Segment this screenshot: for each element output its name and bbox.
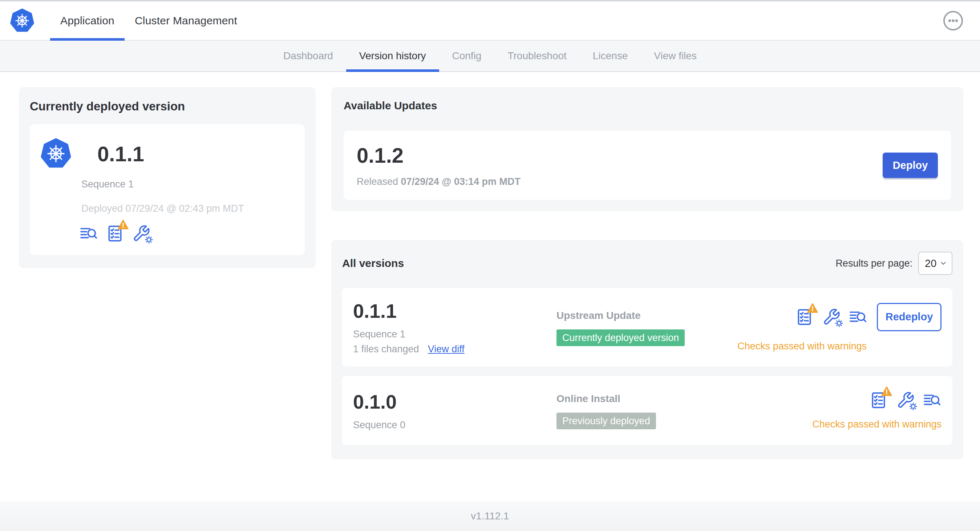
deploy-logs-icon[interactable] [80, 224, 98, 243]
all-versions-panel: All versions Results per page: 20 0.1.1 … [331, 240, 963, 459]
main-content: Currently deployed version [0, 72, 980, 459]
available-update-card: 0.1.2 Released 07/29/24 @ 03:14 pm MDT D… [344, 131, 951, 200]
more-options-button[interactable] [942, 10, 964, 32]
deploy-logs-icon [923, 391, 942, 409]
row-sequence: Sequence 1 [353, 329, 557, 340]
chevron-down-icon [939, 259, 947, 267]
results-per-page-label: Results per page: [835, 258, 912, 269]
deployed-sequence: Sequence 1 [81, 179, 294, 190]
tab-dashboard[interactable]: Dashboard [270, 41, 346, 71]
view-diff-link[interactable]: View diff [428, 343, 465, 355]
currently-deployed-card: 0.1.1 Sequence 1 Deployed 07/29/24 @ 02:… [30, 124, 305, 255]
deployed-version-actions [80, 224, 294, 243]
all-versions-title: All versions [342, 257, 404, 270]
preflight-checks-warning-icon[interactable] [870, 391, 888, 409]
tab-cluster-management[interactable]: Cluster Management [124, 2, 247, 40]
preflight-status-text: Checks passed with warnings [812, 419, 942, 430]
deployed-version-number: 0.1.1 [97, 141, 144, 166]
tab-config[interactable]: Config [439, 41, 495, 71]
redeploy-button[interactable]: Redeploy [877, 303, 942, 331]
config-icon[interactable] [896, 391, 915, 409]
tab-view-files[interactable]: View files [641, 41, 710, 71]
tab-troubleshoot[interactable]: Troubleshoot [494, 41, 579, 71]
config-icon[interactable] [822, 308, 840, 326]
top-bar: Application Cluster Management [0, 2, 980, 41]
available-updates-panel: Available Updates 0.1.2 Released 07/29/2… [331, 87, 963, 211]
warning-triangle-icon [881, 386, 892, 396]
ellipsis-icon [942, 10, 964, 32]
row-sequence: Sequence 0 [353, 420, 557, 431]
row-source: Online Install [557, 393, 812, 405]
preflight-checks-warning-icon[interactable] [106, 224, 124, 243]
update-released-line: Released 07/29/24 @ 03:14 pm MDT [357, 176, 520, 188]
previously-deployed-badge: Previously deployed [557, 413, 656, 429]
warning-triangle-icon [807, 303, 818, 313]
tab-version-history[interactable]: Version history [346, 41, 439, 71]
update-version-number: 0.1.2 [357, 143, 520, 167]
deploy-button[interactable]: Deploy [883, 153, 938, 178]
preflight-checks-warning-icon[interactable] [795, 308, 814, 326]
version-row-0-1-0: 0.1.0 Sequence 0 Online Install Previous… [342, 376, 952, 445]
right-column: Available Updates 0.1.2 Released 07/29/2… [331, 87, 963, 459]
gear-icon [909, 402, 918, 411]
results-per-page-select[interactable]: 20 [918, 252, 952, 275]
tab-license[interactable]: License [580, 41, 641, 71]
kubernetes-logo-icon [10, 8, 34, 33]
deployed-timestamp: Deployed 07/29/24 @ 02:43 pm MDT [81, 203, 294, 214]
currently-deployed-badge: Currently deployed version [557, 329, 685, 346]
row-source: Upstream Update [557, 310, 737, 321]
warning-triangle-icon [118, 219, 129, 229]
version-row-0-1-1: 0.1.1 Sequence 1 1 files changed View di… [342, 288, 952, 366]
console-version: v1.112.1 [471, 510, 509, 522]
app-icon [41, 138, 71, 169]
app-subnav: Dashboard Version history Config Trouble… [0, 41, 980, 72]
available-updates-title: Available Updates [344, 100, 951, 112]
preflight-status-text: Checks passed with warnings [737, 341, 942, 352]
gear-icon [835, 319, 843, 328]
deploy-logs-icon [849, 308, 867, 326]
deploy-logs-icon[interactable] [849, 308, 867, 326]
deploy-logs-icon [80, 224, 98, 243]
row-version-number: 0.1.0 [353, 390, 557, 413]
gear-icon [145, 235, 153, 244]
deploy-logs-icon[interactable] [923, 391, 942, 409]
top-tabs: Application Cluster Management [50, 2, 247, 40]
currently-deployed-panel: Currently deployed version [19, 87, 316, 268]
row-files-changed: 1 files changed [353, 343, 419, 355]
row-version-number: 0.1.1 [353, 300, 557, 322]
currently-deployed-title: Currently deployed version [30, 100, 305, 113]
app-footer: v1.112.1 [0, 501, 980, 531]
tab-application[interactable]: Application [50, 2, 124, 40]
config-icon[interactable] [132, 224, 150, 243]
